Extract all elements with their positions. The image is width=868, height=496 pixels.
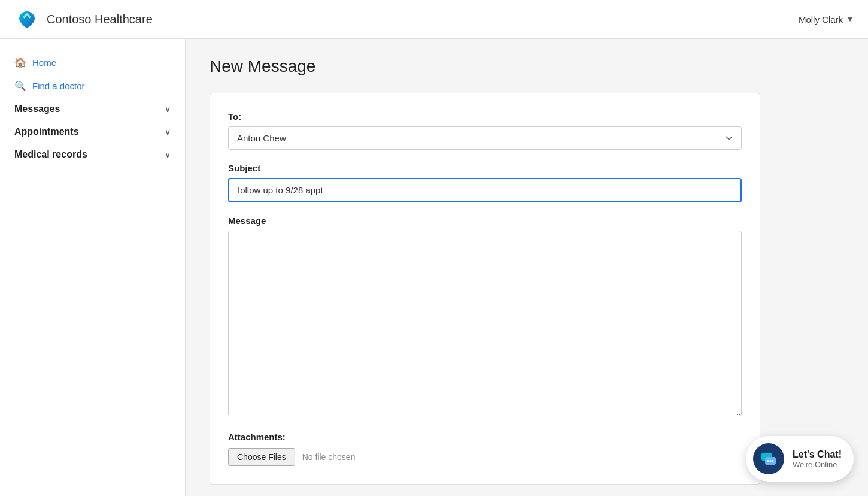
sidebar-item-find-doctor[interactable]: 🔍 Find a doctor [0, 74, 185, 98]
svg-point-3 [769, 460, 771, 462]
svg-point-4 [772, 460, 773, 462]
attachments-section: Attachments: Choose Files No file chosen [228, 432, 742, 466]
message-textarea[interactable] [228, 231, 742, 416]
page-title: New Message [210, 57, 844, 76]
user-menu-chevron-icon: ▼ [846, 15, 854, 23]
sidebar-medical-records-label: Medical records [14, 149, 87, 160]
sidebar-item-find-doctor-label: Find a doctor [32, 81, 85, 91]
find-doctor-icon: 🔍 [14, 80, 26, 92]
sidebar-item-home-label: Home [32, 58, 56, 68]
sidebar-item-medical-records[interactable]: Medical records ∨ [0, 143, 185, 166]
sidebar-messages-label: Messages [14, 104, 60, 114]
subject-input[interactable] [228, 178, 742, 202]
header-left: Contoso Healthcare [14, 7, 153, 32]
chat-text: Let's Chat! We're Online [793, 449, 842, 469]
logo-icon [14, 7, 40, 32]
sidebar-item-appointments[interactable]: Appointments ∨ [0, 120, 185, 143]
appointments-chevron-icon: ∨ [165, 127, 171, 137]
header: Contoso Healthcare Molly Clark ▼ [0, 0, 868, 39]
svg-point-2 [767, 460, 769, 462]
user-name: Molly Clark [799, 14, 843, 25]
messages-chevron-icon: ∨ [165, 104, 171, 114]
message-label: Message [228, 216, 742, 226]
to-select[interactable]: Anton Chew [228, 126, 742, 150]
chat-bubble-icon [760, 450, 777, 467]
home-icon: 🏠 [14, 57, 26, 68]
no-file-text: No file chosen [302, 452, 356, 462]
to-label: To: [228, 111, 742, 122]
subject-label: Subject [228, 163, 742, 173]
sidebar-item-home[interactable]: 🏠 Home [0, 51, 185, 74]
attachments-label: Attachments: [228, 432, 742, 442]
to-field-group: To: Anton Chew [228, 111, 742, 150]
user-menu[interactable]: Molly Clark ▼ [799, 14, 854, 25]
sidebar-item-messages[interactable]: Messages ∨ [0, 98, 185, 120]
message-field-group: Message [228, 216, 742, 419]
sidebar-appointments-label: Appointments [14, 126, 79, 137]
main-layout: 🏠 Home 🔍 Find a doctor Messages ∨ Appoin… [0, 39, 868, 496]
subject-field-group: Subject [228, 163, 742, 202]
chat-subtitle: We're Online [793, 460, 842, 469]
content-area: New Message To: Anton Chew Subject Messa… [186, 39, 868, 496]
choose-files-button[interactable]: Choose Files [228, 448, 295, 466]
sidebar: 🏠 Home 🔍 Find a doctor Messages ∨ Appoin… [0, 39, 186, 496]
attachments-row: Choose Files No file chosen [228, 448, 742, 466]
medical-records-chevron-icon: ∨ [165, 150, 171, 159]
chat-title: Let's Chat! [793, 449, 842, 460]
chat-icon-circle [753, 443, 784, 474]
logo-text: Contoso Healthcare [47, 13, 153, 26]
new-message-form: To: Anton Chew Subject Message Attachmen… [210, 93, 760, 485]
chat-widget[interactable]: Let's Chat! We're Online [746, 436, 854, 482]
